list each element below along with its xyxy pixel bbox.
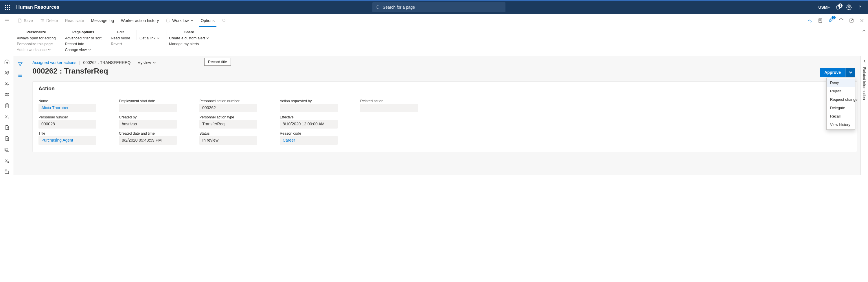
crumb-view[interactable]: My view bbox=[137, 60, 156, 65]
value-effective: 8/10/2020 12:00:00 AM bbox=[280, 120, 338, 129]
record-info[interactable]: Record info bbox=[65, 42, 101, 46]
workflow-button[interactable]: Workflow bbox=[162, 14, 197, 27]
content-tools bbox=[14, 56, 27, 175]
label-related-action: Related action bbox=[360, 99, 430, 103]
label-title: Title bbox=[38, 132, 108, 136]
approve-menu-view-history[interactable]: View history bbox=[827, 120, 855, 129]
global-header: Human Resources Search for a page USMF 1 bbox=[0, 0, 868, 14]
svg-rect-4 bbox=[7, 7, 8, 8]
value-personnel-number: 000028 bbox=[38, 120, 96, 129]
action-bar: Save Delete Reactivate Message log Worke… bbox=[0, 14, 868, 27]
filter-icon[interactable] bbox=[18, 61, 23, 67]
svg-point-27 bbox=[5, 82, 7, 83]
value-title[interactable]: Purchasing Agent bbox=[38, 136, 96, 145]
manage-my-alerts[interactable]: Manage my alerts bbox=[169, 42, 209, 46]
personalize-this-page[interactable]: Personalize this page bbox=[17, 42, 56, 46]
ribbon-group-page-options: Page options Advanced filter or sort Rec… bbox=[62, 27, 107, 55]
brand-title: Human Resources bbox=[16, 4, 59, 10]
approve-menu: Deny Reject Request change Delegate Reca… bbox=[826, 78, 855, 130]
approve-menu-delegate[interactable]: Delegate bbox=[827, 104, 855, 112]
nav-home-icon[interactable] bbox=[4, 58, 10, 65]
svg-point-17 bbox=[222, 19, 225, 22]
value-reason[interactable]: Career bbox=[280, 136, 338, 145]
options-tab[interactable]: Options bbox=[197, 14, 218, 27]
nav-org-icon[interactable] bbox=[4, 169, 10, 175]
label-employment-start: Employment start date bbox=[119, 99, 188, 103]
nav-doc-in-icon[interactable] bbox=[4, 136, 10, 142]
approve-menu-recall[interactable]: Recall bbox=[827, 112, 855, 120]
revert[interactable]: Revert bbox=[111, 42, 130, 46]
advanced-filter-sort[interactable]: Advanced filter or sort bbox=[65, 36, 101, 40]
nav-group-icon[interactable] bbox=[4, 91, 10, 98]
svg-line-10 bbox=[379, 8, 380, 9]
record-title-tooltip: Record title bbox=[204, 58, 231, 66]
chevron-left-icon[interactable] bbox=[863, 59, 867, 63]
approve-dropdown-toggle[interactable] bbox=[845, 68, 855, 77]
attachments-button[interactable]: 0 bbox=[828, 17, 833, 24]
nav-clipboard-icon[interactable] bbox=[4, 103, 10, 109]
change-view[interactable]: Change view bbox=[65, 48, 101, 52]
ribbon-group-getlink: Get a link bbox=[136, 27, 166, 43]
svg-point-34 bbox=[5, 115, 7, 116]
read-mode[interactable]: Read mode bbox=[111, 36, 130, 40]
approve-button[interactable]: Approve bbox=[820, 68, 845, 77]
nav-person-star-icon[interactable] bbox=[4, 158, 10, 164]
notifications-button[interactable]: 1 bbox=[835, 4, 841, 10]
value-created-by: hasrivas bbox=[119, 120, 177, 129]
svg-point-12 bbox=[860, 8, 860, 9]
svg-rect-3 bbox=[5, 7, 6, 8]
svg-rect-35 bbox=[5, 148, 8, 150]
message-log-button[interactable]: Message log bbox=[88, 14, 118, 27]
nav-cards-icon[interactable] bbox=[4, 146, 10, 153]
nav-person-check-icon[interactable] bbox=[4, 113, 10, 120]
svg-point-11 bbox=[848, 7, 849, 8]
page-icon[interactable] bbox=[818, 18, 823, 23]
approve-menu-request-change[interactable]: Request change bbox=[827, 95, 855, 104]
popout-icon[interactable] bbox=[849, 18, 854, 23]
nav-people-icon[interactable] bbox=[4, 69, 10, 76]
save-button: Save bbox=[14, 14, 36, 27]
ribbon-collapse-icon[interactable] bbox=[862, 28, 866, 34]
global-search[interactable]: Search for a page bbox=[372, 2, 505, 12]
nav-doc-out-icon[interactable] bbox=[4, 124, 10, 131]
value-created-dt: 8/2/2020 09:43:59 PM bbox=[119, 136, 177, 145]
nav-toggle-icon[interactable] bbox=[0, 18, 14, 24]
reactivate-button: Reactivate bbox=[61, 14, 87, 27]
svg-rect-16 bbox=[19, 19, 20, 20]
company-picker[interactable]: USMF bbox=[818, 5, 830, 9]
label-pat: Personnel action type bbox=[199, 115, 269, 119]
actionbar-search-icon[interactable] bbox=[218, 14, 230, 27]
crumb-assigned-actions[interactable]: Assigned worker actions bbox=[32, 60, 76, 65]
gear-icon[interactable] bbox=[846, 4, 852, 10]
approve-menu-deny[interactable]: Deny bbox=[827, 79, 855, 87]
value-pat: TransferReq bbox=[199, 120, 257, 129]
value-requested-by bbox=[280, 104, 338, 112]
related-info-label: Related information bbox=[862, 67, 867, 100]
related-info-rail[interactable]: Related information bbox=[861, 56, 868, 175]
page-title: 000262 : TransferReq bbox=[32, 66, 861, 76]
get-a-link[interactable]: Get a link bbox=[140, 36, 160, 40]
svg-point-25 bbox=[5, 71, 7, 73]
approve-menu-reject[interactable]: Reject bbox=[827, 87, 855, 95]
list-icon[interactable] bbox=[18, 73, 23, 78]
help-icon[interactable] bbox=[857, 4, 863, 10]
value-employment-start bbox=[119, 104, 177, 112]
search-placeholder: Search for a page bbox=[383, 5, 415, 9]
breadcrumb: Assigned worker actions | 000262 : TRANS… bbox=[32, 60, 861, 65]
app-launcher-icon[interactable] bbox=[2, 2, 13, 12]
action-card: Action 8/10/2020 12:0 NameAlicia Thornbe… bbox=[32, 81, 857, 152]
label-personnel-number: Personnel number bbox=[38, 115, 108, 119]
svg-rect-36 bbox=[5, 149, 9, 151]
always-open-editing[interactable]: Always open for editing bbox=[17, 36, 56, 40]
personalize-icon[interactable] bbox=[807, 18, 812, 23]
refresh-icon[interactable] bbox=[838, 18, 844, 23]
content-area: Assigned worker actions | 000262 : TRANS… bbox=[14, 56, 868, 175]
svg-rect-5 bbox=[9, 7, 10, 8]
close-icon[interactable] bbox=[859, 18, 865, 23]
worker-action-history-button[interactable]: Worker action history bbox=[118, 14, 162, 27]
create-custom-alert[interactable]: Create a custom alert bbox=[169, 36, 209, 40]
ribbon-group-edit: Edit Read mode Revert bbox=[108, 27, 136, 49]
label-reason: Reason code bbox=[280, 132, 349, 136]
nav-person-icon[interactable] bbox=[4, 81, 10, 87]
value-name[interactable]: Alicia Thornber bbox=[38, 104, 96, 112]
